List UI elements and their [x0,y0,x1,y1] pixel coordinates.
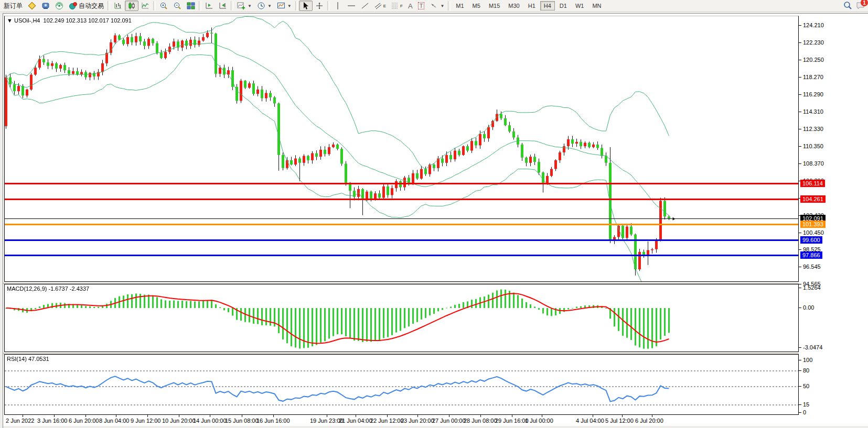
toolbar-separator [327,1,330,10]
community-icon [41,2,50,10]
cursor-button[interactable] [299,1,313,11]
time-axis-label: 15 Jun 08:00 [225,418,259,424]
timeframe-m30[interactable]: M30 [505,1,523,10]
timeframe-m15[interactable]: M15 [485,1,503,10]
time-axis-label: 9 Jun 12:00 [131,418,161,424]
price-level-badge: 99.600 [800,236,822,244]
tile-windows-icon [187,2,195,10]
toolbar-separator [448,1,451,10]
horizontal-line-button[interactable] [345,1,358,11]
search-icon [843,1,852,10]
candlestick-chart-button[interactable] [125,1,138,11]
vertical-line-button[interactable] [331,1,345,11]
chart-menu-arrow-icon[interactable]: ▼ [7,17,13,24]
zoom-in-icon [159,2,168,10]
auto-scroll-button[interactable] [216,1,230,11]
rsi-chart-canvas[interactable] [5,355,798,414]
templates-button[interactable]: ▼ [274,1,294,11]
timeframe-h4[interactable]: H4 [540,1,555,10]
axis-tick [799,233,801,233]
timeframe-d1[interactable]: D1 [556,1,571,10]
text-button[interactable]: A [405,1,415,11]
time-axis[interactable]: 2 Jun 20223 Jun 16:006 Jun 20:008 Jun 04… [3,415,868,426]
axis-tick [799,370,801,371]
axis-tick [799,77,801,78]
timeframe-w1[interactable]: W1 [572,1,588,10]
time-axis-label: 14 Jun 00:00 [193,418,227,424]
trendline-button[interactable] [358,1,372,11]
price-pane[interactable]: ▼ USOil-,H4 102.249 102.313 102.017 102.… [4,16,799,282]
time-axis-label: 8 Jun 04:00 [99,418,130,424]
macd-chart-canvas[interactable] [5,284,798,352]
notifications-button[interactable]: 1 [855,1,866,11]
text-label-button[interactable]: T [415,1,427,11]
price-level-badge: 101.393 [800,221,826,228]
candlestick-chart-canvas[interactable] [5,16,798,281]
price-level-line[interactable] [5,183,798,184]
timeframe-m5[interactable]: M5 [469,1,484,10]
time-axis-label: 2 Jun 2022 [6,418,34,424]
toolbar: 新订单 自动交易 [0,0,868,12]
line-chart-button[interactable] [138,1,152,11]
metaquotes-gold-icon[interactable] [25,1,39,11]
macd-axis-label: 1.5264 [803,284,821,291]
axis-tick [799,412,801,413]
price-level-badge: 106.114 [800,180,825,187]
time-axis-tick [147,415,148,417]
price-axis-label: 120.250 [803,57,824,63]
auto-trading-button[interactable]: 自动交易 [66,1,106,11]
timeframe-m1[interactable]: M1 [452,1,467,10]
rsi-pane[interactable]: RSI(14) 47.0531 [4,354,799,415]
zoom-in-button[interactable] [157,1,170,11]
time-axis-tick [356,415,356,417]
time-axis-label: 22 Jun 12:00 [370,418,404,424]
price-axis-label: 96.545 [803,264,821,270]
axis-tick [799,284,801,284]
time-axis-label: 21 Jun 04:00 [339,418,372,424]
time-axis-tick [480,415,481,417]
price-axis[interactable]: 124.210122.230120.250118.270116.290114.3… [799,14,868,428]
indicators-button[interactable]: ▼ [234,1,254,11]
signal-button[interactable] [52,1,66,11]
crosshair-button[interactable] [313,1,326,11]
equidistant-channel-button[interactable]: E [372,1,389,11]
price-level-line[interactable] [5,239,798,241]
search-button[interactable] [843,1,852,12]
channel-icon [374,2,382,10]
price-level-badge: 97.866 [800,251,822,259]
timeframe-mn[interactable]: MN [588,1,605,10]
chart-shift-button[interactable] [202,1,216,11]
price-axis-label: 114.310 [803,108,823,115]
text-icon: A [408,2,413,10]
price-level-line[interactable] [5,199,798,200]
time-axis-label: 4 Jul 04:00 [576,418,604,424]
community-button[interactable] [39,1,52,11]
tile-windows-button[interactable] [184,1,198,11]
macd-pane[interactable]: MACD(12,26,9) -1.6737 -2.4337 [4,284,799,352]
time-axis-tick [622,415,623,417]
time-axis-tick [85,415,86,417]
bar-chart-button[interactable] [111,1,125,11]
price-level-badge: 104.261 [800,195,826,203]
channel-letter: E [383,4,386,8]
price-axis-label: 100.450 [803,229,824,236]
rsi-label: RSI(14) 47.0531 [7,356,49,362]
signal-icon [55,2,63,10]
price-level-line[interactable] [5,218,798,219]
periods-button[interactable]: ▼ [254,1,274,11]
time-axis-tick [449,415,449,417]
zoom-out-button[interactable] [170,1,184,11]
new-order-button[interactable]: 新订单 [1,1,25,11]
arrows-button[interactable]: ▼ [427,1,447,11]
price-axis-label: 122.230 [803,39,824,46]
price-level-line[interactable] [5,255,798,256]
time-axis-tick [542,415,542,417]
price-level-line[interactable] [5,224,798,225]
axis-tick [799,249,801,250]
chevron-down-icon: ▼ [267,4,272,8]
fibonacci-button[interactable]: F [389,1,405,11]
time-axis-label: 10 Jun 20:00 [162,418,196,424]
price-axis-label: 118.270 [803,74,823,80]
timeframe-h1[interactable]: H1 [524,1,539,10]
bar-chart-icon [114,2,122,10]
